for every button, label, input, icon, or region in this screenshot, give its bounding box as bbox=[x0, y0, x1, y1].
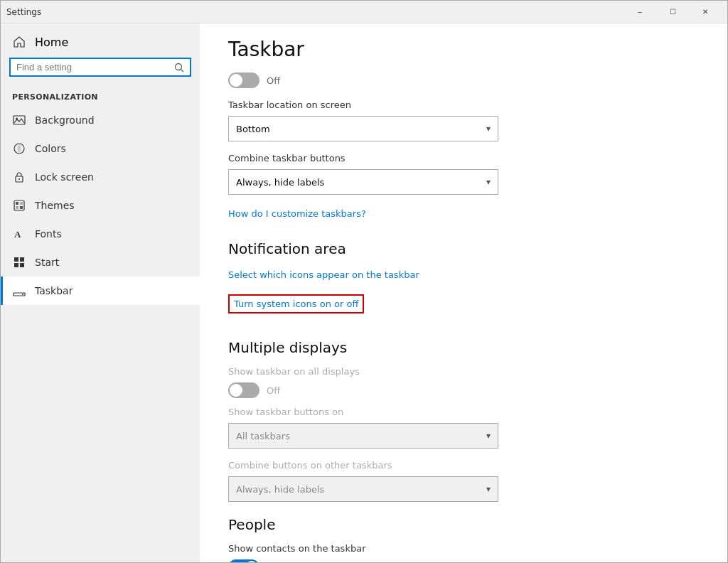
show-taskbar-all-knob bbox=[230, 384, 242, 397]
titlebar-title: Settings bbox=[6, 7, 623, 17]
start-icon bbox=[12, 255, 26, 269]
taskbar-location-value: Bottom bbox=[236, 124, 270, 134]
settings-window: Settings – ☐ ✕ Home bbox=[0, 0, 728, 563]
svg-rect-9 bbox=[20, 202, 23, 205]
colors-label: Colors bbox=[35, 143, 66, 154]
lock-icon bbox=[12, 170, 26, 184]
sidebar-item-start[interactable]: Start bbox=[1, 248, 200, 277]
sidebar-item-themes[interactable]: Themes bbox=[1, 191, 200, 220]
show-contacts-label: Show contacts on the taskbar bbox=[228, 543, 699, 554]
sidebar-home[interactable]: Home bbox=[1, 23, 200, 58]
svg-rect-16 bbox=[20, 263, 24, 267]
svg-rect-11 bbox=[20, 206, 23, 209]
show-taskbar-buttons-value: All taskbars bbox=[236, 431, 290, 441]
sidebar-item-background[interactable]: Background bbox=[1, 106, 200, 134]
top-toggle-row: Off bbox=[228, 73, 699, 88]
background-icon bbox=[12, 113, 26, 127]
turn-system-icons-link[interactable]: Turn system icons on or off bbox=[228, 294, 364, 313]
top-toggle-knob bbox=[230, 74, 242, 87]
people-heading: People bbox=[228, 516, 699, 533]
taskbar-label: Taskbar bbox=[35, 285, 73, 296]
svg-line-1 bbox=[181, 69, 184, 72]
sidebar-item-taskbar[interactable]: Taskbar bbox=[1, 277, 200, 305]
fonts-label: Fonts bbox=[35, 228, 62, 240]
customize-link[interactable]: How do I customize taskbars? bbox=[228, 208, 366, 219]
show-taskbar-buttons-dropdown: All taskbars ▾ bbox=[228, 423, 498, 449]
show-taskbar-all-toggle-label: Off bbox=[267, 385, 280, 396]
search-box[interactable] bbox=[9, 58, 191, 77]
colors-icon bbox=[12, 141, 26, 156]
combine-other-arrow: ▾ bbox=[486, 484, 491, 494]
combine-other-value: Always, hide labels bbox=[236, 484, 324, 495]
combine-buttons-arrow: ▾ bbox=[486, 177, 491, 187]
show-contacts-toggle[interactable] bbox=[228, 559, 259, 562]
themes-icon bbox=[12, 198, 26, 213]
select-icons-link[interactable]: Select which icons appear on the taskbar bbox=[228, 269, 419, 280]
show-taskbar-all-toggle[interactable] bbox=[228, 382, 259, 398]
sidebar-item-colors[interactable]: Colors bbox=[1, 134, 200, 163]
svg-rect-2 bbox=[14, 116, 25, 124]
combine-buttons-value: Always, hide labels bbox=[236, 177, 324, 188]
lock-screen-label: Lock screen bbox=[35, 171, 94, 183]
home-icon bbox=[12, 35, 26, 49]
taskbar-icon bbox=[12, 284, 26, 298]
notification-area-heading: Notification area bbox=[228, 240, 699, 257]
home-label: Home bbox=[35, 36, 68, 49]
combine-other-dropdown: Always, hide labels ▾ bbox=[228, 476, 498, 502]
svg-text:A: A bbox=[14, 229, 21, 240]
show-taskbar-all-toggle-row: Off bbox=[228, 382, 699, 398]
show-taskbar-buttons-label: Show taskbar buttons on bbox=[228, 407, 699, 417]
svg-rect-14 bbox=[20, 257, 24, 262]
show-contacts-knob bbox=[245, 561, 258, 562]
sidebar-item-lock-screen[interactable]: Lock screen bbox=[1, 163, 200, 191]
maximize-button[interactable]: ☐ bbox=[656, 1, 689, 23]
multiple-displays-heading: Multiple displays bbox=[228, 339, 699, 356]
svg-rect-13 bbox=[14, 257, 18, 262]
svg-point-18 bbox=[22, 294, 23, 295]
themes-label: Themes bbox=[35, 200, 75, 211]
show-taskbar-buttons-arrow: ▾ bbox=[486, 431, 491, 441]
svg-point-0 bbox=[176, 63, 182, 70]
minimize-button[interactable]: – bbox=[623, 1, 656, 23]
search-icon bbox=[174, 63, 184, 73]
titlebar: Settings – ☐ ✕ bbox=[1, 1, 727, 23]
sidebar-section-label: Personalization bbox=[1, 85, 200, 106]
combine-other-label: Combine buttons on other taskbars bbox=[228, 460, 699, 471]
svg-rect-15 bbox=[14, 263, 18, 267]
start-label: Start bbox=[35, 257, 59, 268]
page-title: Taskbar bbox=[228, 38, 699, 61]
combine-buttons-label: Combine taskbar buttons bbox=[228, 153, 699, 163]
taskbar-location-label: Taskbar location on screen bbox=[228, 100, 699, 110]
titlebar-controls: – ☐ ✕ bbox=[623, 1, 722, 23]
background-label: Background bbox=[35, 114, 95, 126]
close-button[interactable]: ✕ bbox=[689, 1, 722, 23]
main-layout: Home Personalization bbox=[1, 23, 727, 562]
sidebar-item-fonts[interactable]: A Fonts bbox=[1, 220, 200, 248]
content-area: Taskbar Off Taskbar location on screen B… bbox=[200, 23, 727, 562]
combine-buttons-dropdown[interactable]: Always, hide labels ▾ bbox=[228, 169, 498, 195]
show-contacts-toggle-row: On bbox=[228, 559, 699, 562]
taskbar-location-dropdown[interactable]: Bottom ▾ bbox=[228, 116, 498, 141]
svg-rect-10 bbox=[16, 206, 18, 209]
show-taskbar-all-label: Show taskbar on all displays bbox=[228, 366, 699, 377]
svg-rect-8 bbox=[16, 202, 18, 205]
top-toggle[interactable] bbox=[228, 73, 259, 88]
sidebar: Home Personalization bbox=[1, 23, 200, 562]
svg-point-6 bbox=[18, 178, 20, 180]
show-contacts-toggle-label: On bbox=[267, 562, 279, 563]
taskbar-location-arrow: ▾ bbox=[486, 124, 491, 134]
top-toggle-label: Off bbox=[267, 75, 280, 86]
search-input[interactable] bbox=[16, 62, 170, 73]
fonts-icon: A bbox=[12, 227, 26, 241]
